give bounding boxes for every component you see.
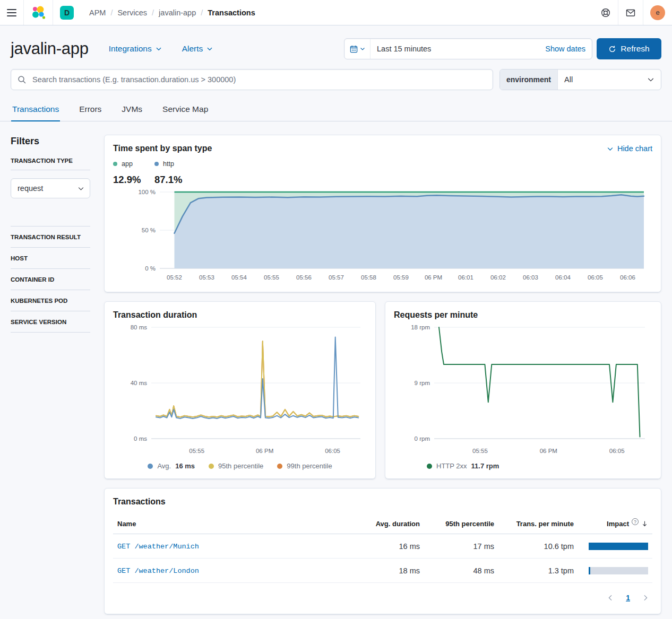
tpm-value: 1.3 tpm [498, 559, 578, 583]
breadcrumb-apm[interactable]: APM [89, 8, 106, 17]
svg-text:06:05: 06:05 [609, 448, 625, 454]
menu-icon[interactable] [0, 0, 23, 25]
chevron-down-icon [607, 145, 614, 152]
refresh-icon [608, 45, 616, 53]
chevron-down-icon [360, 46, 365, 51]
requests-per-minute-chart[interactable]: 0 rpm9 rpm18 rpm05:5506 PM06:05 [394, 320, 652, 457]
legend-item-http[interactable]: http [154, 160, 196, 168]
previous-page-icon[interactable] [607, 594, 614, 601]
avg-legend-value: 16 ms [175, 462, 195, 470]
transaction-link-london[interactable]: GET /weather/London [117, 567, 199, 575]
space-switcher[interactable]: D [53, 0, 81, 25]
service-tabs: Transactions Errors JVMs Service Map [0, 99, 672, 121]
chevron-down-icon [647, 76, 654, 83]
transaction-type-select[interactable]: request [11, 178, 90, 198]
space-badge[interactable]: D [60, 6, 74, 20]
span-type-chart[interactable]: 0 %50 %100 %05:5205:5305:5405:5505:5605:… [113, 188, 652, 283]
svg-text:05:57: 05:57 [329, 274, 344, 281]
legend-item-http-2xx[interactable]: HTTP 2xx 11.7 rpm [427, 462, 499, 470]
search-row: environment All [0, 65, 672, 90]
tab-errors[interactable]: Errors [78, 99, 102, 121]
svg-text:18 rpm: 18 rpm [411, 324, 430, 330]
tab-transactions[interactable]: Transactions [11, 99, 60, 121]
legend-item-avg[interactable]: Avg. 16 ms [148, 462, 195, 470]
breadcrumb-service-name[interactable]: javalin-app [159, 8, 196, 17]
hide-chart-button[interactable]: Hide chart [607, 144, 652, 153]
p95-legend-dot-icon [209, 464, 214, 469]
table-row: GET /weather/Munich 16 ms 17 ms 10.6 tpm [113, 534, 652, 559]
svg-text:06:02: 06:02 [490, 274, 506, 281]
column-header-avg-duration[interactable]: Avg. duration [355, 514, 424, 534]
p99-legend-label: 99th percentile [287, 462, 332, 470]
filter-section-container-id[interactable]: CONTAINER ID [11, 269, 90, 290]
svg-text:06 PM: 06 PM [425, 274, 442, 281]
legend-item-99th[interactable]: 99th percentile [277, 462, 332, 470]
search-input[interactable] [11, 69, 493, 90]
transactions-card: Transactions Name Avg. duration 95th per… [104, 488, 661, 614]
elastic-logo-icon[interactable] [24, 0, 53, 25]
service-header: javalin-app Integrations Alerts Last 15 … [0, 25, 672, 65]
avg-duration-value: 18 ms [355, 559, 424, 583]
span-type-title: Time spent by span type [113, 144, 212, 153]
calendar-icon [350, 45, 358, 53]
impact-bar [589, 567, 648, 574]
tab-service-map[interactable]: Service Map [161, 99, 209, 121]
column-header-95th-percentile[interactable]: 95th percentile [424, 514, 498, 534]
legend-item-95th[interactable]: 95th percentile [209, 462, 263, 470]
alerts-label: Alerts [182, 44, 203, 54]
avatar[interactable]: e [650, 5, 665, 20]
alerts-menu[interactable]: Alerts [182, 44, 213, 54]
tab-jvms[interactable]: JVMs [120, 99, 143, 121]
filter-section-host[interactable]: HOST [11, 248, 90, 269]
svg-text:05:55: 05:55 [472, 448, 488, 454]
next-page-icon[interactable] [642, 594, 649, 601]
column-header-trans-per-minute[interactable]: Trans. per minute [498, 514, 578, 534]
filters-sidebar: Filters TRANSACTION TYPE request TRANSAC… [11, 135, 90, 333]
svg-text:05:59: 05:59 [393, 274, 409, 281]
chevron-down-icon [206, 46, 213, 52]
breadcrumb-current: Transactions [208, 8, 255, 17]
help-icon[interactable] [593, 0, 618, 25]
table-row: GET /weather/London 18 ms 48 ms 1.3 tpm [113, 559, 652, 583]
breadcrumb-separator: / [152, 8, 154, 17]
breadcrumb-services[interactable]: Services [117, 8, 147, 17]
svg-text:0 ms: 0 ms [134, 435, 147, 442]
time-range-display[interactable]: Last 15 minutes [371, 39, 539, 59]
transaction-duration-legend: Avg. 16 ms 95th percentile 99th percenti… [113, 462, 367, 470]
svg-text:40 ms: 40 ms [131, 380, 148, 386]
svg-text:80 ms: 80 ms [131, 324, 148, 330]
column-header-impact[interactable]: Impact ? [578, 514, 652, 534]
http-legend-dot-icon [154, 162, 159, 166]
svg-text:05:58: 05:58 [361, 274, 376, 281]
avg-duration-value: 16 ms [355, 534, 424, 559]
transaction-link-munich[interactable]: GET /weather/Munich [117, 543, 199, 551]
environment-select[interactable]: environment All [499, 69, 661, 90]
filter-section-kubernetes-pod[interactable]: KUBERNETES POD [11, 290, 90, 311]
svg-text:06 PM: 06 PM [256, 448, 273, 454]
app-percentage: 12.9% [113, 174, 154, 186]
show-dates-button[interactable]: Show dates [539, 39, 592, 59]
filter-section-transaction-result[interactable]: TRANSACTION RESULT [11, 226, 90, 248]
transactions-table: Name Avg. duration 95th percentile Trans… [113, 514, 652, 583]
newsfeed-icon[interactable] [618, 0, 643, 25]
svg-text:06:04: 06:04 [555, 274, 571, 281]
transaction-duration-chart[interactable]: 0 ms40 ms80 ms05:5506 PM06:05 [113, 320, 367, 457]
date-quick-select-button[interactable] [344, 39, 371, 59]
svg-text:05:55: 05:55 [189, 448, 204, 454]
column-header-name[interactable]: Name [113, 514, 355, 534]
svg-text:0 %: 0 % [145, 265, 156, 272]
refresh-button[interactable]: Refresh [597, 38, 661, 59]
pagination: 1 [113, 583, 652, 605]
chevron-down-icon [156, 46, 162, 52]
requests-per-minute-legend: HTTP 2xx 11.7 rpm [427, 462, 652, 470]
kibana-header: D APM / Services / javalin-app / Transac… [0, 0, 672, 25]
user-menu[interactable]: e [643, 0, 672, 25]
http-2xx-legend-value: 11.7 rpm [471, 462, 499, 470]
integrations-menu[interactable]: Integrations [109, 44, 162, 54]
page-number[interactable]: 1 [626, 594, 630, 602]
legend-item-app[interactable]: app [113, 160, 154, 168]
filter-section-service-version[interactable]: SERVICE VERSION [11, 311, 90, 333]
span-type-percentages: 12.9% 87.1% [113, 174, 652, 186]
impact-help-icon[interactable]: ? [632, 518, 639, 525]
svg-text:06 PM: 06 PM [540, 448, 557, 454]
